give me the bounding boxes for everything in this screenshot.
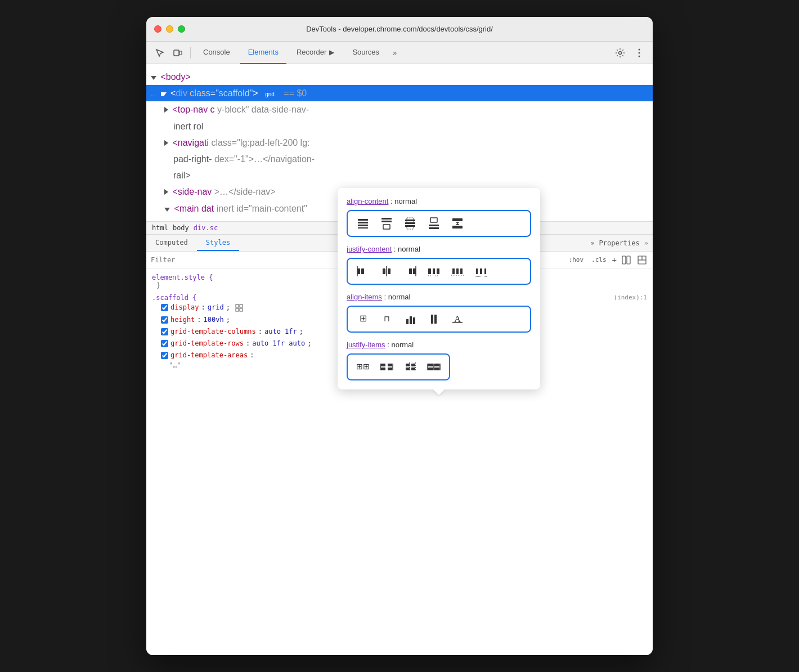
svg-rect-66: [388, 368, 392, 370]
align-content-stretch-btn[interactable]: [447, 214, 468, 232]
device-mode-button[interactable]: [170, 45, 186, 61]
svg-rect-38: [409, 268, 412, 274]
justify-items-end-btn[interactable]: [400, 358, 421, 376]
expand-main-icon[interactable]: [164, 208, 170, 212]
justify-content-start-btn[interactable]: [352, 262, 374, 280]
title-bar: DevTools - developer.chrome.com/docs/dev…: [146, 17, 653, 42]
svg-rect-18: [381, 221, 392, 222]
svg-rect-55: [406, 319, 409, 324]
svg-rect-42: [433, 268, 435, 274]
settings-button[interactable]: [612, 45, 628, 61]
svg-point-2: [619, 51, 622, 54]
svg-rect-59: [434, 315, 437, 324]
add-style-button[interactable]: +: [612, 256, 617, 265]
grid-overlay-button[interactable]: [234, 302, 245, 313]
svg-text:⊞: ⊞: [360, 313, 367, 323]
svg-rect-57: [413, 317, 415, 324]
justify-items-label[interactable]: justify-items: [347, 341, 385, 349]
svg-rect-65: [388, 364, 392, 366]
justify-items-start-btn[interactable]: ⊞⊞: [352, 358, 374, 376]
align-content-normal-btn[interactable]: [352, 214, 374, 232]
justify-content-space-around-btn[interactable]: [447, 262, 468, 280]
expand-body-icon[interactable]: [151, 76, 156, 80]
align-items-label[interactable]: align-items: [347, 293, 382, 301]
more-options-button[interactable]: [631, 45, 647, 61]
cls-button[interactable]: .cls: [589, 255, 609, 265]
align-items-center-btn[interactable]: ⊓: [376, 310, 397, 328]
toggle-panel-button[interactable]: [636, 254, 648, 266]
svg-rect-50: [480, 268, 482, 274]
expand-scaffold-icon[interactable]: [161, 92, 167, 96]
justify-content-space-evenly-btn[interactable]: [470, 262, 492, 280]
svg-rect-58: [431, 315, 433, 324]
svg-rect-27: [452, 218, 463, 221]
svg-rect-36: [388, 268, 390, 274]
hov-button[interactable]: :hov: [567, 255, 586, 265]
align-content-label[interactable]: align-content: [347, 197, 388, 205]
element-panel-button[interactable]: [620, 254, 632, 266]
tab-recorder[interactable]: Recorder ▶: [289, 42, 342, 64]
breadcrumb-div[interactable]: div.sc: [194, 224, 218, 232]
svg-rect-46: [456, 268, 459, 274]
align-items-start-btn[interactable]: ⊞: [352, 310, 374, 328]
svg-rect-41: [428, 268, 431, 274]
prop-height-checkbox[interactable]: [161, 316, 168, 324]
svg-rect-33: [361, 268, 364, 274]
svg-rect-43: [437, 268, 439, 274]
prop-display-checkbox[interactable]: [161, 304, 168, 311]
dom-line-scaffold[interactable]: ... <div class="scaffold"> grid == $0: [146, 85, 653, 101]
expand-sidenav-icon[interactable]: [164, 189, 168, 195]
svg-rect-17: [381, 218, 392, 219]
align-content-end-btn[interactable]: [423, 214, 445, 232]
tab-console[interactable]: Console: [195, 42, 238, 64]
svg-point-3: [639, 48, 640, 50]
dom-line-5[interactable]: rail>: [146, 167, 653, 183]
svg-text:⊓: ⊓: [384, 314, 390, 323]
align-items-baseline-btn[interactable]: A: [447, 310, 468, 328]
more-style-tabs[interactable]: »: [590, 239, 594, 247]
maximize-button[interactable]: [178, 25, 185, 33]
justify-content-section: justify-content : normal: [347, 245, 531, 285]
tab-computed[interactable]: Computed: [146, 235, 197, 251]
justify-content-center-btn[interactable]: [376, 262, 397, 280]
justify-items-center-btn[interactable]: [376, 358, 397, 376]
tab-styles[interactable]: Styles: [197, 235, 239, 251]
dollar-zero: == $0: [284, 88, 307, 98]
close-button[interactable]: [154, 25, 161, 33]
more-tabs-button[interactable]: »: [389, 46, 400, 59]
align-content-start-btn[interactable]: [376, 214, 397, 232]
justify-content-space-between-btn[interactable]: [423, 262, 445, 280]
dom-line-body[interactable]: <body>: [146, 69, 653, 85]
svg-rect-69: [406, 364, 410, 366]
prop-gtr-checkbox[interactable]: [161, 340, 168, 347]
prop-gta-checkbox[interactable]: [161, 352, 168, 359]
justify-content-end-btn[interactable]: [400, 262, 421, 280]
dom-line-4[interactable]: pad-right- dex="-1">…</navigation-: [146, 151, 653, 167]
grid-badge[interactable]: grid: [262, 89, 277, 100]
align-items-stretch-btn[interactable]: [423, 310, 445, 328]
breadcrumb-body[interactable]: body: [173, 224, 189, 232]
justify-items-section: justify-items : normal ⊞⊞: [347, 341, 531, 380]
tab-sources[interactable]: Sources: [344, 42, 387, 64]
breadcrumb-html[interactable]: html: [152, 224, 168, 232]
justify-items-stretch-btn[interactable]: [423, 358, 445, 376]
align-content-center-btn[interactable]: [400, 214, 421, 232]
justify-content-label[interactable]: justify-content: [347, 245, 392, 253]
align-items-end-btn[interactable]: [400, 310, 421, 328]
prop-gtc-checkbox[interactable]: [161, 328, 168, 335]
dom-line-3[interactable]: <navigati class="lg:pad-left-200 lg:: [146, 135, 653, 151]
dom-line-1[interactable]: <top-nav c y-block" data-side-nav-: [146, 101, 653, 118]
inspect-element-button[interactable]: [152, 45, 168, 61]
tab-properties[interactable]: Properties: [599, 239, 640, 247]
svg-rect-0: [174, 50, 179, 56]
svg-rect-45: [452, 268, 455, 274]
svg-rect-26: [430, 218, 437, 222]
dom-line-2[interactable]: inert rol: [146, 118, 653, 135]
expand-nav-icon[interactable]: [164, 140, 168, 146]
tab-elements[interactable]: Elements: [240, 42, 286, 64]
toolbar-right: [612, 45, 647, 61]
expand-topnav-icon[interactable]: [164, 107, 168, 113]
traffic-lights: [154, 25, 185, 33]
align-content-icons: [347, 210, 531, 237]
minimize-button[interactable]: [166, 25, 173, 33]
